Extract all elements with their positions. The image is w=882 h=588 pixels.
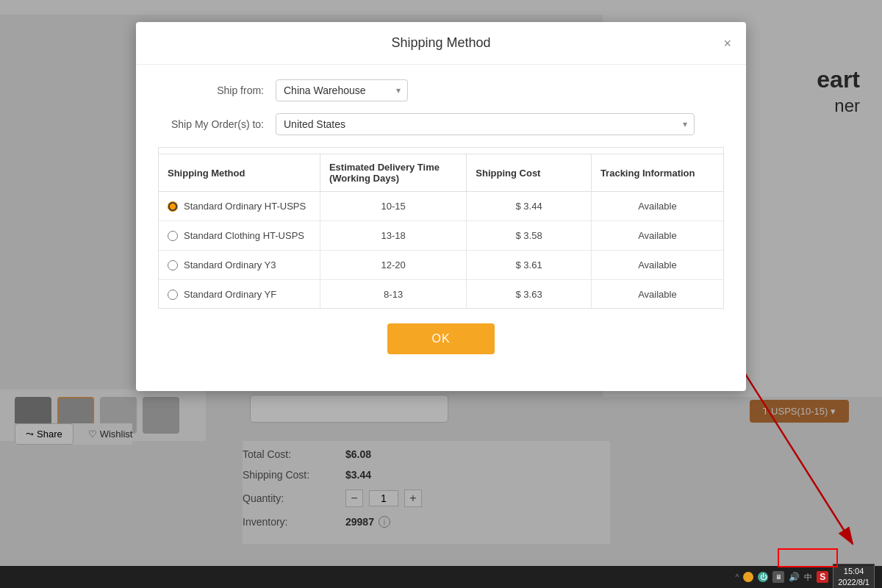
table-row[interactable]: Standard Ordinary YF8-13$ 3.63Available bbox=[159, 280, 723, 309]
col-header-tracking: Tracking Information bbox=[591, 154, 723, 192]
ship-to-select[interactable]: United States bbox=[276, 113, 695, 135]
ship-from-select-wrapper: China Warehouse bbox=[276, 79, 408, 101]
cell-tracking-0: Available bbox=[591, 192, 723, 221]
table-row[interactable]: Standard Ordinary HT-USPS10-15$ 3.44Avai… bbox=[159, 192, 723, 221]
cell-cost-1: $ 3.58 bbox=[467, 221, 592, 251]
modal-body: Ship from: China Warehouse Ship My Order… bbox=[136, 65, 746, 369]
taskbar-time: 15:04 2022/8/1 bbox=[833, 564, 875, 588]
modal-close-button[interactable]: × bbox=[723, 37, 731, 50]
cell-tracking-3: Available bbox=[591, 280, 723, 309]
cell-method-2[interactable]: Standard Ordinary Y3 bbox=[159, 251, 320, 280]
table-body: Standard Ordinary HT-USPS10-15$ 3.44Avai… bbox=[159, 192, 723, 309]
taskbar-notification-icon[interactable] bbox=[743, 572, 753, 582]
method-label-3: Standard Ordinary YF bbox=[184, 289, 276, 300]
cell-tracking-2: Available bbox=[591, 251, 723, 280]
table-row[interactable]: Standard Clothing HT-USPS13-18$ 3.58Avai… bbox=[159, 221, 723, 251]
ship-from-row: Ship from: China Warehouse bbox=[158, 79, 724, 101]
radio-3[interactable] bbox=[168, 290, 178, 300]
method-label-2: Standard Ordinary Y3 bbox=[184, 259, 276, 270]
cell-delivery-3: 8-13 bbox=[320, 280, 466, 309]
taskbar-circle-icon[interactable]: ⏻ bbox=[758, 572, 768, 582]
taskbar: ^ ⏻ 🖥 🔊 中 S 15:04 2022/8/1 bbox=[0, 566, 882, 588]
shipping-method-modal: Shipping Method × Ship from: China Wareh… bbox=[136, 22, 746, 391]
cell-delivery-0: 10-15 bbox=[320, 192, 466, 221]
taskbar-speaker-icon[interactable]: 🔊 bbox=[789, 572, 800, 582]
radio-0[interactable] bbox=[168, 201, 178, 212]
method-label-0: Standard Ordinary HT-USPS bbox=[184, 201, 306, 212]
cell-cost-3: $ 3.63 bbox=[467, 280, 592, 309]
ship-to-row: Ship My Order(s) to: United States bbox=[158, 113, 724, 135]
taskbar-monitor-icon[interactable]: 🖥 bbox=[772, 571, 784, 583]
modal-header: Shipping Method × bbox=[136, 22, 746, 65]
ship-to-label: Ship My Order(s) to: bbox=[158, 118, 276, 130]
cell-method-0[interactable]: Standard Ordinary HT-USPS bbox=[159, 192, 320, 221]
table-header: Shipping Method Estimated Delivery Time … bbox=[159, 154, 723, 192]
method-label-1: Standard Clothing HT-USPS bbox=[184, 230, 304, 241]
modal-title: Shipping Method bbox=[391, 35, 490, 51]
taskbar-lang-icon[interactable]: 中 bbox=[804, 572, 812, 583]
ship-from-select[interactable]: China Warehouse bbox=[276, 79, 408, 101]
cell-cost-2: $ 3.61 bbox=[467, 251, 592, 280]
cell-method-1[interactable]: Standard Clothing HT-USPS bbox=[159, 221, 320, 251]
radio-2[interactable] bbox=[168, 260, 178, 270]
date-display: 2022/8/1 bbox=[838, 577, 870, 588]
cell-method-3[interactable]: Standard Ordinary YF bbox=[159, 280, 320, 309]
shipping-table-wrapper[interactable]: Shipping Method Estimated Delivery Time … bbox=[158, 147, 724, 309]
ship-from-label: Ship from: bbox=[158, 85, 276, 96]
radio-1[interactable] bbox=[168, 231, 178, 241]
ok-button[interactable]: OK bbox=[387, 323, 494, 354]
taskbar-s-icon[interactable]: S bbox=[817, 571, 828, 583]
col-header-method: Shipping Method bbox=[159, 154, 320, 192]
cell-cost-0: $ 3.44 bbox=[467, 192, 592, 221]
cell-tracking-1: Available bbox=[591, 221, 723, 251]
col-header-delivery: Estimated Delivery Time (Working Days) bbox=[320, 154, 466, 192]
cell-delivery-2: 12-20 bbox=[320, 251, 466, 280]
time-display: 15:04 bbox=[838, 566, 870, 577]
table-row[interactable]: Standard Ordinary Y312-20$ 3.61Available bbox=[159, 251, 723, 280]
taskbar-chevron-icon: ^ bbox=[735, 573, 739, 581]
cell-delivery-1: 13-18 bbox=[320, 221, 466, 251]
col-header-cost: Shipping Cost bbox=[467, 154, 592, 192]
ship-to-select-wrapper: United States bbox=[276, 113, 695, 135]
shipping-table: Shipping Method Estimated Delivery Time … bbox=[159, 154, 723, 309]
table-header-row: Shipping Method Estimated Delivery Time … bbox=[159, 154, 723, 192]
